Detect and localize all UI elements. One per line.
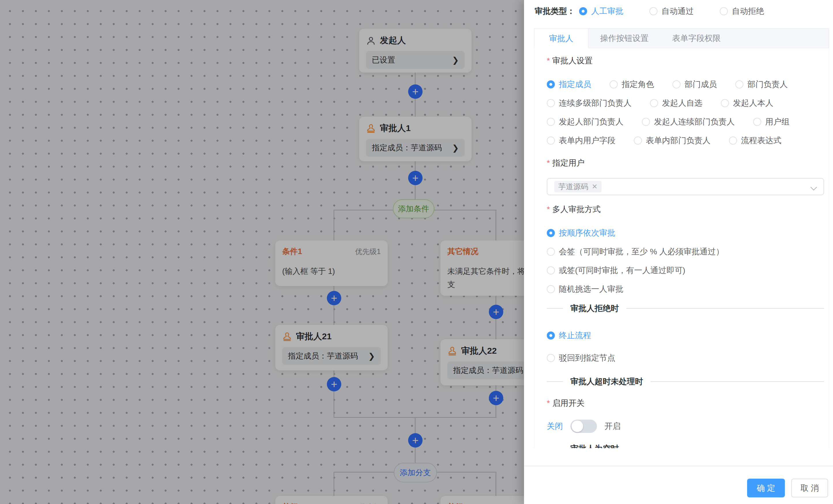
radio-circle [547, 248, 555, 256]
switch-off-label[interactable]: 关闭 [547, 421, 563, 432]
switch-on-label[interactable]: 开启 [604, 421, 621, 432]
radio-manual-approve[interactable]: 人工审批 [579, 6, 623, 17]
approver-setting-row2: 连续多级部门负责人 发起人自选 发起人本人 [547, 98, 824, 108]
radio-dept-member[interactable]: 部门成员 [672, 79, 717, 90]
required-mark: * [547, 158, 550, 168]
enable-switch-row: 关闭 开启 [547, 420, 824, 433]
confirm-button[interactable]: 确 定 [747, 479, 785, 497]
radio-random-one[interactable]: 随机挑选一人审批 [547, 284, 623, 295]
radio-circle [634, 136, 642, 145]
radio-circle [650, 99, 658, 107]
radio-circle [547, 118, 555, 126]
radio-user-group[interactable]: 用户组 [753, 116, 789, 127]
radio-circle [721, 99, 729, 107]
empty-section-divider: 审批人为空时 [547, 444, 824, 448]
radio-specified-member[interactable]: 指定成员 [547, 79, 591, 90]
radio-circle [547, 136, 555, 145]
radio-circle [547, 285, 555, 293]
required-mark: * [547, 205, 550, 214]
tab-approver[interactable]: 审批人 [534, 28, 588, 48]
assign-user-label: * 指定用户 [547, 157, 824, 169]
radio-circle [720, 7, 728, 15]
user-tag-label: 芋道源码 [558, 182, 588, 192]
radio-dept-leader[interactable]: 部门负责人 [735, 79, 788, 90]
radio-sequential[interactable]: 按顺序依次审批 [547, 228, 615, 238]
approver-setting-row3: 发起人部门负责人 发起人连续部门负责人 用户组 [547, 117, 824, 127]
radio-circle [642, 118, 650, 126]
radio-return-to-node[interactable]: 驳回到指定节点 [547, 353, 615, 363]
radio-initiator-dept-leader[interactable]: 发起人部门负责人 [547, 116, 623, 127]
radio-circle [753, 118, 761, 126]
empty-section-title: 审批人为空时 [570, 443, 619, 448]
enable-switch[interactable] [570, 420, 597, 433]
radio-circle [547, 354, 555, 362]
radio-circle [547, 331, 555, 339]
approver-setting-label: * 审批人设置 [547, 55, 824, 66]
radio-initiator-choose[interactable]: 发起人自选 [650, 98, 703, 108]
chevron-down-icon [810, 184, 817, 191]
timeout-section-title: 审批人超时未处理时 [570, 376, 643, 387]
radio-countersign[interactable]: 会签（可同时审批，至少 % 人必须审批通过） [547, 246, 724, 257]
timeout-section-divider: 审批人超时未处理时 [547, 376, 824, 387]
modal-overlay[interactable] [0, 0, 524, 504]
tab-panel-approver[interactable]: * 审批人设置 指定成员 指定角色 部门成员 部门负责人 连续多级部门负责人 发… [534, 48, 829, 448]
workflow-designer: 发起人 已设置 ❯ + 审批人1 指定成员：芋道源码 ❯ + [0, 0, 833, 504]
approve-type-label: 审批类型： [535, 6, 575, 17]
radio-circle [610, 80, 618, 89]
user-tag: 芋道源码 ✕ [554, 181, 601, 193]
required-mark: * [547, 399, 550, 408]
reject-section-title: 审批人拒绝时 [570, 303, 619, 314]
reject-option-row: 终止流程 [547, 330, 824, 341]
reject-section-divider: 审批人拒绝时 [547, 303, 824, 313]
required-mark: * [547, 56, 550, 66]
approver-setting-row1: 指定成员 指定角色 部门成员 部门负责人 [547, 79, 824, 90]
approval-config-drawer: 审批类型： 人工审批 自动通过 自动拒绝 审批人 操作按钮设置 表单字段权限 * [524, 0, 833, 504]
multi-mode-label: * 多人审批方式 [547, 204, 824, 215]
radio-auto-pass[interactable]: 自动通过 [649, 6, 694, 17]
close-icon[interactable]: ✕ [592, 183, 597, 191]
radio-circle [729, 136, 737, 145]
radio-initiator-multi-dept-leader[interactable]: 发起人连续部门负责人 [642, 116, 735, 127]
radio-circle [579, 7, 587, 15]
cancel-button[interactable]: 取 消 [791, 479, 828, 497]
radio-circle [735, 80, 743, 89]
multi-mode-row: 会签（可同时审批，至少 % 人必须审批通过） [547, 247, 824, 257]
radio-circle [547, 229, 555, 237]
radio-orsign[interactable]: 或签(可同时审批，有一人通过即可) [547, 265, 685, 276]
reject-option-row: 驳回到指定节点 [547, 353, 824, 363]
radio-process-expression[interactable]: 流程表达式 [729, 135, 781, 146]
radio-form-user-field[interactable]: 表单内用户字段 [547, 135, 615, 146]
radio-circle [649, 7, 658, 15]
switch-knob [572, 421, 583, 432]
radio-initiator-self[interactable]: 发起人本人 [721, 98, 774, 108]
tab-button-settings[interactable]: 操作按钮设置 [588, 28, 660, 48]
footer-divider [524, 466, 833, 466]
multi-mode-row: 按顺序依次审批 [547, 228, 824, 238]
radio-auto-reject[interactable]: 自动拒绝 [720, 6, 764, 17]
radio-circle [547, 267, 555, 275]
approver-setting-row4: 表单内用户字段 表单内部门负责人 流程表达式 [547, 135, 824, 146]
config-tabs: 审批人 操作按钮设置 表单字段权限 [534, 28, 829, 48]
enable-switch-label: * 启用开关 [547, 398, 824, 409]
multi-mode-row: 随机挑选一人审批 [547, 284, 824, 294]
radio-circle [547, 99, 555, 107]
multi-mode-row: 或签(可同时审批，有一人通过即可) [547, 265, 824, 276]
radio-circle [547, 80, 555, 89]
radio-terminate-process[interactable]: 终止流程 [547, 330, 591, 341]
radio-specified-role[interactable]: 指定角色 [610, 79, 654, 90]
radio-circle [672, 80, 681, 89]
tab-form-field-permission[interactable]: 表单字段权限 [660, 28, 732, 48]
radio-form-dept-leader[interactable]: 表单内部门负责人 [634, 135, 711, 146]
approve-type-group: 审批类型： 人工审批 自动通过 自动拒绝 [535, 5, 790, 17]
assign-user-select[interactable]: 芋道源码 ✕ [547, 178, 824, 195]
radio-multi-level-dept-leader[interactable]: 连续多级部门负责人 [547, 98, 632, 108]
